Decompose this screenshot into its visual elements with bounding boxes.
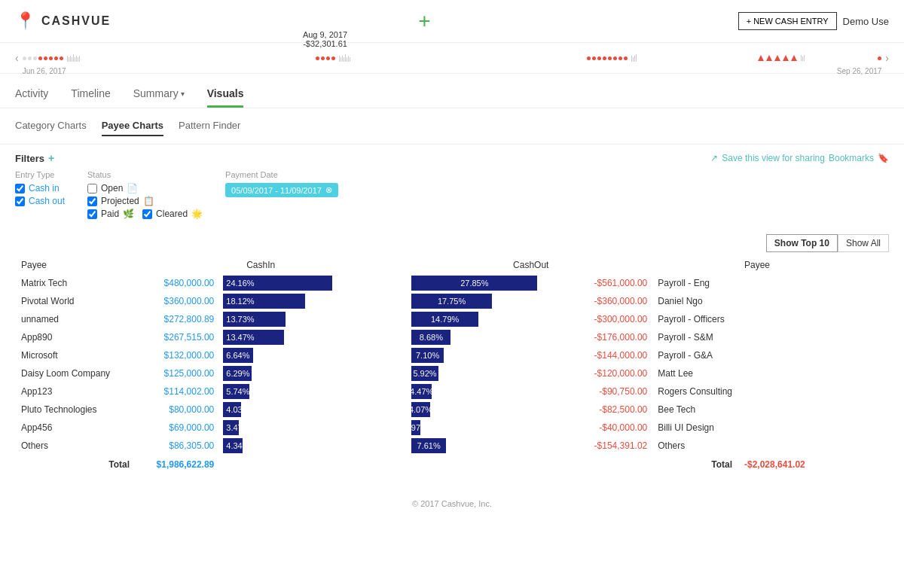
sub-tab-payee-charts[interactable]: Payee Charts — [102, 116, 163, 136]
filters-add-button[interactable]: + — [48, 152, 54, 164]
open-emoji: 📄 — [127, 183, 138, 193]
bar-in-cell: 5.74% — [220, 382, 386, 401]
cash-out-filter: Cash out — [15, 196, 65, 206]
tab-timeline[interactable]: Timeline — [71, 81, 110, 108]
date-close-icon[interactable]: ⊗ — [325, 185, 332, 195]
new-cash-entry-button[interactable]: + NEW CASH ENTRY — [738, 12, 837, 30]
bar-out-cell: 8.68% — [408, 328, 574, 346]
bar-out-cell: 7.10% — [408, 346, 574, 364]
date-range-badge[interactable]: 05/09/2017 - 11/09/2017 ⊗ — [225, 183, 338, 197]
payee-left-cell: Microsoft — [15, 346, 136, 364]
cash-in-filter: Cash in — [15, 183, 65, 193]
projected-emoji: 📋 — [143, 196, 154, 206]
amount-out-cell: -$300,000.00 — [574, 310, 653, 328]
header-right: + NEW CASH ENTRY Demo Use — [738, 12, 889, 30]
tab-summary[interactable]: Summary ▾ — [133, 81, 185, 108]
cash-in-checkbox[interactable] — [15, 184, 25, 193]
cleared-label: Cleared — [156, 209, 188, 219]
projected-checkbox[interactable] — [87, 197, 97, 206]
tab-activity[interactable]: Activity — [15, 81, 48, 108]
cash-out-checkbox[interactable] — [15, 197, 25, 206]
amount-in-cell: $132,000.00 — [136, 346, 220, 364]
show-all-button[interactable]: Show All — [838, 234, 889, 252]
date-range-text: 05/09/2017 - 11/09/2017 — [231, 186, 322, 195]
amount-out-cell: -$120,000.00 — [574, 364, 653, 382]
amount-in-cell: $267,515.00 — [136, 328, 220, 346]
bar-in-cell: 6.64% — [220, 346, 386, 364]
payee-left-cell: unnamed — [15, 310, 136, 328]
show-top-10-button[interactable]: Show Top 10 — [766, 234, 838, 252]
payee-left-cell: Daisy Loom Company — [15, 364, 136, 382]
timeline-left-arrow[interactable]: ‹ — [15, 52, 19, 64]
footer-text: © 2017 Cashvue, Inc. — [412, 499, 492, 508]
bar-out-cell: 7.61% — [408, 437, 574, 455]
amount-out-cell: -$360,000.00 — [574, 292, 653, 310]
amount-out-cell: -$144,000.00 — [574, 346, 653, 364]
nav-tabs: Activity Timeline Summary ▾ Visuals — [0, 74, 904, 108]
payee-left-cell: Pluto Technologies — [15, 401, 136, 419]
bar-out-cell: 1.97% — [408, 419, 574, 437]
separator-cell — [386, 292, 408, 310]
payee-right-cell: Matt Lee — [653, 364, 738, 382]
cleared-checkbox[interactable] — [142, 209, 152, 219]
bar-in-cell: 18.12% — [220, 292, 386, 310]
payee-right-cell: Payroll - Officers — [653, 310, 738, 328]
amount-in-cell: $69,000.00 — [136, 419, 220, 437]
filter-entry-type: Entry Type Cash in Cash out — [15, 170, 65, 219]
amount-out-cell: -$40,000.00 — [574, 419, 653, 437]
sub-tab-category-charts[interactable]: Category Charts — [15, 116, 87, 136]
table-row: App890 $267,515.00 13.47% 8.68% -$176,00… — [15, 328, 889, 346]
separator-cell — [386, 310, 408, 328]
open-filter: Open 📄 — [87, 183, 203, 193]
timeline-tooltip: Aug 9, 2017 -$32,301.61 — [303, 30, 347, 48]
share-icon: ↗ — [710, 153, 718, 163]
bookmarks-link[interactable]: Bookmarks — [829, 153, 874, 163]
payee-right-cell: Payroll - G&A — [653, 346, 738, 364]
paid-checkbox[interactable] — [87, 209, 97, 219]
save-view-link[interactable]: Save this view for sharing — [722, 153, 825, 163]
footer: © 2017 Cashvue, Inc. — [0, 488, 904, 519]
total-label-right: Total — [653, 455, 738, 473]
tab-visuals[interactable]: Visuals — [207, 81, 244, 108]
demo-use-label: Demo Use — [843, 16, 889, 27]
tooltip-date: Aug 9, 2017 — [303, 30, 347, 39]
timeline-right-date: Sep 26, 2017 — [837, 67, 882, 75]
amount-in-cell: $272,800.89 — [136, 310, 220, 328]
separator-cell — [386, 437, 408, 455]
table-controls: Show Top 10 Show All — [15, 234, 889, 252]
separator-cell — [386, 401, 408, 419]
paid-emoji: 🌿 — [123, 209, 134, 219]
separator-cell — [386, 382, 408, 401]
entry-type-label: Entry Type — [15, 170, 65, 179]
timeline-right-arrow[interactable]: › — [885, 52, 889, 64]
bookmarks-icon: 🔖 — [878, 153, 889, 163]
bar-in-cell: 13.47% — [220, 328, 386, 346]
payee-right-cell: Payroll - Eng — [653, 274, 738, 292]
add-button[interactable]: + — [418, 9, 430, 33]
timeline-dates: Jun 26, 2017 Sep 26, 2017 — [23, 67, 882, 75]
col-payee-header-left: Payee — [15, 256, 136, 274]
timeline-track: Aug 9, 2017 -$32,301.61 — [23, 50, 882, 66]
filters-section: Filters + ↗ Save this view for sharing B… — [0, 145, 904, 227]
timeline-left-date: Jun 26, 2017 — [23, 67, 66, 75]
open-checkbox[interactable] — [87, 184, 97, 193]
cash-out-label: Cash out — [29, 196, 65, 206]
amount-in-cell: $86,305.00 — [136, 437, 220, 455]
amount-out-cell: -$90,750.00 — [574, 382, 653, 401]
filter-status: Status Open 📄 Projected 📋 Paid 🌿 Cleared… — [87, 170, 203, 219]
payee-left-cell: App456 — [15, 419, 136, 437]
filters-header: Filters + ↗ Save this view for sharing B… — [15, 152, 889, 164]
total-row: Total $1,986,622.89 Total -$2,028,641.02 — [15, 455, 889, 473]
status-label: Status — [87, 170, 203, 179]
main-table: Payee CashIn CashOut Payee Matrix Tech $… — [0, 256, 904, 473]
table-row: unnamed $272,800.89 13.73% 14.79% -$300,… — [15, 310, 889, 328]
sub-tab-pattern-finder[interactable]: Pattern Finder — [179, 116, 240, 136]
logo-icon: 📍 — [15, 11, 35, 31]
projected-filter: Projected 📋 — [87, 196, 203, 206]
bar-in-cell: 3.47% — [220, 419, 386, 437]
bar-out-cell: 4.47% — [408, 382, 574, 401]
payee-left-cell: Pivotal World — [15, 292, 136, 310]
total-amount-in: $1,986,622.89 — [136, 455, 220, 473]
payee-right-cell: Bee Tech — [653, 401, 738, 419]
payee-left-cell: Others — [15, 437, 136, 455]
